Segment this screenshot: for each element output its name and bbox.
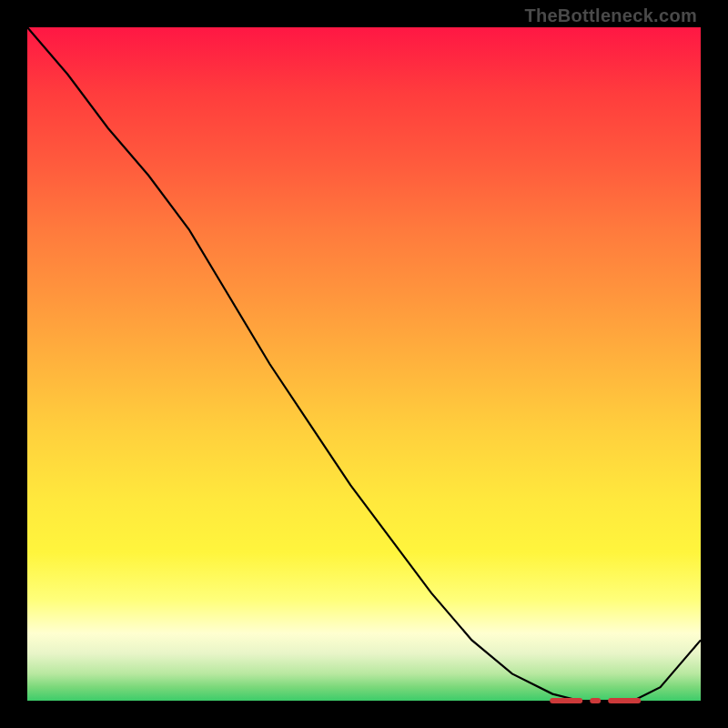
- chart-canvas: TheBottleneck.com: [0, 0, 728, 728]
- bottleneck-curve: [27, 27, 701, 701]
- chart-svg-layer: [27, 27, 701, 701]
- watermark-text: TheBottleneck.com: [524, 5, 697, 26]
